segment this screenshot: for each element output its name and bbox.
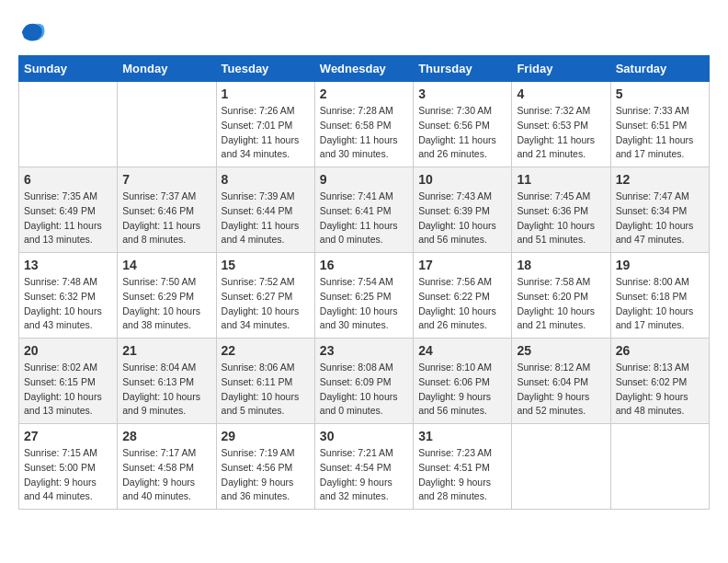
calendar-cell: 16Sunrise: 7:54 AMSunset: 6:25 PMDayligh… — [314, 253, 413, 339]
calendar-cell: 18Sunrise: 7:58 AMSunset: 6:20 PMDayligh… — [512, 253, 610, 339]
calendar-cell — [610, 424, 709, 510]
calendar-cell: 5Sunrise: 7:33 AMSunset: 6:51 PMDaylight… — [610, 82, 709, 167]
calendar-cell: 10Sunrise: 7:43 AMSunset: 6:39 PMDayligh… — [414, 167, 512, 253]
day-info: Sunrise: 7:52 AMSunset: 6:27 PMDaylight:… — [222, 275, 310, 333]
day-info: Sunrise: 8:13 AMSunset: 6:02 PMDaylight:… — [616, 361, 704, 419]
calendar-cell: 11Sunrise: 7:45 AMSunset: 6:36 PMDayligh… — [512, 167, 610, 253]
day-info: Sunrise: 7:35 AMSunset: 6:49 PMDaylight:… — [24, 190, 112, 247]
day-number: 15 — [222, 258, 310, 272]
calendar-cell — [19, 82, 118, 167]
day-info: Sunrise: 7:33 AMSunset: 6:51 PMDaylight:… — [616, 104, 704, 162]
day-number: 13 — [24, 258, 112, 272]
calendar-cell: 4Sunrise: 7:32 AMSunset: 6:53 PMDaylight… — [512, 82, 610, 167]
day-info: Sunrise: 7:45 AMSunset: 6:36 PMDaylight:… — [517, 190, 605, 247]
day-number: 22 — [222, 343, 310, 358]
day-number: 20 — [24, 343, 112, 358]
day-number: 18 — [517, 258, 605, 272]
day-info: Sunrise: 7:32 AMSunset: 6:53 PMDaylight:… — [517, 104, 605, 162]
week-row-4: 20Sunrise: 8:02 AMSunset: 6:15 PMDayligh… — [19, 339, 710, 424]
calendar-cell: 30Sunrise: 7:21 AMSunset: 4:54 PMDayligh… — [314, 424, 413, 510]
day-number: 6 — [24, 172, 112, 187]
header-sunday: Sunday — [19, 56, 118, 82]
day-number: 11 — [517, 172, 605, 187]
day-number: 27 — [24, 429, 112, 443]
calendar-cell: 27Sunrise: 7:15 AMSunset: 5:00 PMDayligh… — [19, 424, 118, 510]
week-row-5: 27Sunrise: 7:15 AMSunset: 5:00 PMDayligh… — [19, 424, 710, 510]
day-info: Sunrise: 7:41 AMSunset: 6:41 PMDaylight:… — [320, 190, 408, 247]
day-number: 28 — [122, 429, 210, 443]
day-number: 5 — [616, 86, 704, 101]
day-info: Sunrise: 7:21 AMSunset: 4:54 PMDaylight:… — [320, 446, 408, 504]
logo — [18, 18, 48, 46]
calendar-cell: 25Sunrise: 8:12 AMSunset: 6:04 PMDayligh… — [512, 339, 610, 424]
day-number: 4 — [517, 86, 605, 101]
day-info: Sunrise: 8:10 AMSunset: 6:06 PMDaylight:… — [418, 361, 506, 419]
calendar-cell: 9Sunrise: 7:41 AMSunset: 6:41 PMDaylight… — [314, 167, 413, 253]
calendar-cell: 1Sunrise: 7:26 AMSunset: 7:01 PMDaylight… — [216, 82, 314, 167]
day-number: 9 — [320, 172, 408, 187]
day-number: 26 — [616, 343, 704, 358]
day-number: 3 — [418, 86, 506, 101]
day-info: Sunrise: 7:56 AMSunset: 6:22 PMDaylight:… — [418, 275, 506, 333]
day-info: Sunrise: 8:12 AMSunset: 6:04 PMDaylight:… — [517, 361, 605, 419]
day-number: 16 — [320, 258, 408, 272]
day-number: 25 — [517, 343, 605, 358]
calendar-cell: 13Sunrise: 7:48 AMSunset: 6:32 PMDayligh… — [19, 253, 118, 339]
week-row-3: 13Sunrise: 7:48 AMSunset: 6:32 PMDayligh… — [19, 253, 710, 339]
day-info: Sunrise: 7:50 AMSunset: 6:29 PMDaylight:… — [122, 275, 210, 333]
day-info: Sunrise: 7:15 AMSunset: 5:00 PMDaylight:… — [24, 446, 112, 504]
calendar-cell: 20Sunrise: 8:02 AMSunset: 6:15 PMDayligh… — [19, 339, 118, 424]
day-info: Sunrise: 7:58 AMSunset: 6:20 PMDaylight:… — [517, 275, 605, 333]
calendar-cell: 28Sunrise: 7:17 AMSunset: 4:58 PMDayligh… — [118, 424, 216, 510]
day-number: 14 — [122, 258, 210, 272]
calendar-cell — [512, 424, 610, 510]
day-number: 23 — [320, 343, 408, 358]
day-number: 21 — [122, 343, 210, 358]
day-info: Sunrise: 7:39 AMSunset: 6:44 PMDaylight:… — [222, 190, 310, 247]
header-tuesday: Tuesday — [216, 56, 314, 82]
day-number: 24 — [418, 343, 506, 358]
calendar-cell: 17Sunrise: 7:56 AMSunset: 6:22 PMDayligh… — [414, 253, 512, 339]
calendar-cell — [118, 82, 216, 167]
day-info: Sunrise: 7:30 AMSunset: 6:56 PMDaylight:… — [418, 104, 506, 162]
day-number: 19 — [616, 258, 704, 272]
header-monday: Monday — [118, 56, 216, 82]
calendar-cell: 21Sunrise: 8:04 AMSunset: 6:13 PMDayligh… — [118, 339, 216, 424]
calendar-cell: 8Sunrise: 7:39 AMSunset: 6:44 PMDaylight… — [216, 167, 314, 253]
day-info: Sunrise: 7:26 AMSunset: 7:01 PMDaylight:… — [222, 104, 310, 162]
day-number: 31 — [418, 429, 506, 443]
header-friday: Friday — [512, 56, 610, 82]
calendar-cell: 31Sunrise: 7:23 AMSunset: 4:51 PMDayligh… — [414, 424, 512, 510]
day-info: Sunrise: 7:37 AMSunset: 6:46 PMDaylight:… — [122, 190, 210, 247]
day-info: Sunrise: 7:48 AMSunset: 6:32 PMDaylight:… — [24, 275, 112, 333]
day-number: 2 — [320, 86, 408, 101]
calendar-cell: 24Sunrise: 8:10 AMSunset: 6:06 PMDayligh… — [414, 339, 512, 424]
day-info: Sunrise: 8:00 AMSunset: 6:18 PMDaylight:… — [616, 275, 704, 333]
day-info: Sunrise: 7:54 AMSunset: 6:25 PMDaylight:… — [320, 275, 408, 333]
week-row-2: 6Sunrise: 7:35 AMSunset: 6:49 PMDaylight… — [19, 167, 710, 253]
calendar-cell: 7Sunrise: 7:37 AMSunset: 6:46 PMDaylight… — [118, 167, 216, 253]
calendar-cell: 23Sunrise: 8:08 AMSunset: 6:09 PMDayligh… — [314, 339, 413, 424]
day-info: Sunrise: 7:43 AMSunset: 6:39 PMDaylight:… — [418, 190, 506, 247]
calendar-cell: 6Sunrise: 7:35 AMSunset: 6:49 PMDaylight… — [19, 167, 118, 253]
day-info: Sunrise: 7:19 AMSunset: 4:56 PMDaylight:… — [222, 446, 310, 504]
day-info: Sunrise: 8:04 AMSunset: 6:13 PMDaylight:… — [122, 361, 210, 419]
calendar-cell: 14Sunrise: 7:50 AMSunset: 6:29 PMDayligh… — [118, 253, 216, 339]
day-number: 12 — [616, 172, 704, 187]
calendar-cell: 3Sunrise: 7:30 AMSunset: 6:56 PMDaylight… — [414, 82, 512, 167]
day-info: Sunrise: 7:47 AMSunset: 6:34 PMDaylight:… — [616, 190, 704, 247]
calendar-cell: 19Sunrise: 8:00 AMSunset: 6:18 PMDayligh… — [610, 253, 709, 339]
calendar-cell: 15Sunrise: 7:52 AMSunset: 6:27 PMDayligh… — [216, 253, 314, 339]
day-info: Sunrise: 7:23 AMSunset: 4:51 PMDaylight:… — [418, 446, 506, 504]
header-thursday: Thursday — [414, 56, 512, 82]
day-number: 1 — [222, 86, 310, 101]
day-number: 8 — [222, 172, 310, 187]
day-info: Sunrise: 8:06 AMSunset: 6:11 PMDaylight:… — [222, 361, 310, 419]
page-header — [18, 18, 710, 46]
calendar-cell: 29Sunrise: 7:19 AMSunset: 4:56 PMDayligh… — [216, 424, 314, 510]
week-row-1: 1Sunrise: 7:26 AMSunset: 7:01 PMDaylight… — [19, 82, 710, 167]
day-info: Sunrise: 8:08 AMSunset: 6:09 PMDaylight:… — [320, 361, 408, 419]
day-number: 30 — [320, 429, 408, 443]
day-info: Sunrise: 7:17 AMSunset: 4:58 PMDaylight:… — [122, 446, 210, 504]
calendar-table: SundayMondayTuesdayWednesdayThursdayFrid… — [18, 55, 710, 510]
